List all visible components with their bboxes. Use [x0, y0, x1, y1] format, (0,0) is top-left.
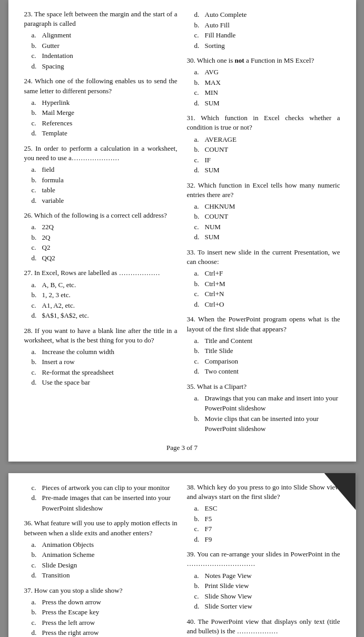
list-item: d.QQ2: [32, 253, 178, 263]
q34-text: 34. When the PowerPoint program opens wh…: [187, 315, 340, 334]
two-column-layout: 23. The space left between the margin an…: [24, 9, 340, 439]
q27-text: 27. In Excel, Rows are labelled as ………………: [24, 268, 178, 278]
q30-text: 30. Which one is not a Function in MS Ex…: [187, 56, 340, 65]
list-item: b.Title Slide: [194, 346, 340, 356]
question-23: 23. The space left between the margin an…: [24, 9, 178, 71]
q25-text: 25. In order to perform a calculation in…: [24, 144, 178, 163]
question-24: 24. Which one of the following enables u…: [24, 76, 178, 138]
list-item: b.Print Slide view: [194, 581, 340, 591]
list-item: d.Two content: [194, 366, 340, 377]
q23-options: a.Alignment b.Gutter c.Indentation d.Spa…: [24, 30, 178, 71]
list-item: a.A, B, C, etc.: [32, 280, 178, 290]
list-item: b.formula: [32, 175, 178, 185]
right-column: d.Auto Complete b.Auto Fill c.Fill Handl…: [187, 9, 340, 439]
question-40: 40. The PowerPoint view that displays on…: [187, 617, 340, 637]
list-item: d.Use the space bar: [32, 377, 178, 388]
q24-text: 24. Which one of the following enables u…: [24, 76, 178, 95]
left-column-2: c.Pieces of artwork you can clip to your…: [24, 483, 178, 637]
list-item: b.Auto Fill: [194, 20, 340, 31]
list-item: d.Template: [32, 128, 178, 139]
question-37: 37. How can you stop a slide show? a.Pre…: [24, 586, 178, 637]
q39-text: 39. You can re-arrange your slides in Po…: [187, 550, 340, 569]
q29-cont-options: d.Auto Complete b.Auto Fill c.Fill Handl…: [187, 9, 340, 51]
q27-options: a.A, B, C, etc. b.1, 2, 3 etc. c.A1, A2,…: [24, 280, 178, 321]
list-item: b.F5: [194, 514, 340, 524]
list-item: a.Increase the column width: [32, 347, 178, 357]
list-item: d.F9: [194, 534, 340, 545]
list-item: b.Ctrl+M: [194, 279, 340, 289]
q33-options: a.Ctrl+F b.Ctrl+M c.Ctrl+N d.Ctrl+O: [187, 268, 340, 309]
q26-options: a.22Q b.2Q c.Q2 d.QQ2: [24, 222, 178, 263]
q37-options: a.Press the down arrow b.Press the Escap…: [24, 597, 178, 637]
list-item: c.F7: [194, 524, 340, 534]
question-26: 26. Which of the following is a correct …: [24, 211, 178, 263]
list-item: d.SUM: [194, 165, 340, 175]
q32-options: a.CHKNUM b.COUNT c.NUM d.SUM: [187, 201, 340, 242]
q35-continued: c.Pieces of artwork you can clip to your…: [24, 483, 178, 514]
q32-text: 32. Which function in Excel tells how ma…: [187, 181, 340, 200]
q33-text: 33. To insert new slide in the current P…: [187, 248, 340, 267]
q26-text: 26. Which of the following is a correct …: [24, 211, 178, 220]
left-column: 23. The space left between the margin an…: [24, 9, 178, 439]
list-item: a.Ctrl+F: [194, 268, 340, 279]
question-25: 25. In order to perform a calculation in…: [24, 144, 178, 205]
list-item: a.Press the down arrow: [32, 597, 178, 607]
question-38: 38. Which key do you press to go into Sl…: [187, 483, 340, 544]
list-item: d.Transition: [32, 570, 178, 581]
list-item: c.References: [32, 118, 178, 129]
list-item: b.Mail Merge: [32, 107, 178, 118]
list-item: c.Press the left arrow: [32, 618, 178, 628]
list-item: d.Sorting: [194, 41, 340, 51]
list-item: a.AVG: [194, 67, 340, 77]
list-item: c.Slide Design: [32, 560, 178, 571]
list-item: d.Spacing: [32, 61, 178, 72]
list-item: a.Drawings that you can make and insert …: [194, 393, 340, 414]
list-item: b.Gutter: [32, 41, 178, 51]
list-item: c.Comparison: [194, 356, 340, 367]
list-item: d.variable: [32, 195, 178, 206]
list-item: a.CHKNUM: [194, 201, 340, 212]
question-39: 39. You can re-arrange your slides in Po…: [187, 550, 340, 611]
q24-options: a.Hyperlink b.Mail Merge c.References d.…: [24, 97, 178, 139]
list-item: d.Slide Sorter view: [194, 601, 340, 612]
list-item: d.Auto Complete: [194, 9, 340, 20]
list-item: a.Hyperlink: [32, 97, 178, 108]
list-item: b.Insert a row: [32, 357, 178, 367]
list-item: c.NUM: [194, 222, 340, 232]
q35-text: 35. What is a Clipart?: [187, 382, 340, 391]
list-item: c.Fill Handle: [194, 30, 340, 41]
list-item: b.Movie clips that can be inserted into …: [194, 414, 340, 434]
list-item: c.Slide Show View: [194, 591, 340, 602]
question-28: 28. If you want to have a blank line aft…: [24, 326, 178, 388]
list-item: a.Notes Page View: [194, 571, 340, 581]
q38-text: 38. Which key do you press to go into Sl…: [187, 483, 340, 502]
q28-options: a.Increase the column width b.Insert a r…: [24, 347, 178, 388]
question-35: 35. What is a Clipart? a.Drawings that y…: [187, 382, 340, 434]
list-item: b.1, 2, 3 etc.: [32, 290, 178, 300]
q23-text: 23. The space left between the margin an…: [24, 9, 178, 28]
list-item: c.MIN: [194, 87, 340, 98]
list-item: c.Ctrl+N: [194, 289, 340, 299]
q28-text: 28. If you want to have a blank line aft…: [24, 326, 178, 345]
q38-options: a.ESC b.F5 c.F7 d.F9: [187, 503, 340, 544]
list-item: d.Press the right arrow: [32, 628, 178, 637]
list-item: a.AVERAGE: [194, 134, 340, 145]
question-27: 27. In Excel, Rows are labelled as ………………: [24, 268, 178, 320]
list-item: c.Pieces of artwork you can clip to your…: [32, 483, 178, 493]
list-item: b.Press the Escape key: [32, 607, 178, 618]
list-item: a.Alignment: [32, 30, 178, 41]
q35-options: a.Drawings that you can make and insert …: [187, 393, 340, 434]
list-item: a.Title and Content: [194, 336, 340, 346]
list-item: d.SUM: [194, 98, 340, 109]
list-item: a.Animation Objects: [32, 540, 178, 550]
list-item: d.$A$1, $A$2, etc.: [32, 310, 178, 321]
q36-text: 36. What feature will you use to apply m…: [24, 518, 178, 537]
list-item: a.field: [32, 164, 178, 175]
q37-text: 37. How can you stop a slide show?: [24, 586, 178, 595]
q25-options: a.field b.formula c.table d.variable: [24, 164, 178, 205]
list-item: c.Re-format the spreadsheet: [32, 367, 178, 378]
list-item: c.table: [32, 185, 178, 195]
question-30: 30. Which one is not a Function in MS Ex…: [187, 56, 340, 108]
list-item: a.ESC: [194, 503, 340, 514]
list-item: b.COUNT: [194, 144, 340, 155]
